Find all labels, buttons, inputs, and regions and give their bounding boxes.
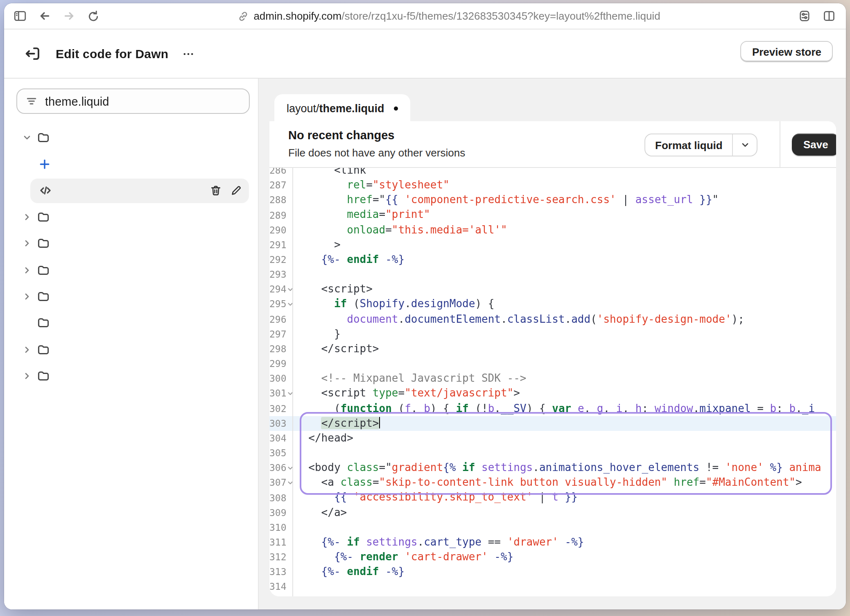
code-line-293[interactable]: 293 [269, 267, 836, 282]
sidebar-item-templates[interactable] [4, 204, 258, 231]
code-line-308[interactable]: 308 {{ 'accessibility.skip_to_text' | t … [269, 490, 836, 505]
more-actions-icon[interactable] [181, 47, 194, 60]
format-options-dropdown[interactable] [732, 134, 757, 156]
line-number: 296 [269, 313, 287, 325]
chevron-right-icon[interactable] [22, 371, 33, 381]
gutter: 314 [269, 580, 292, 594]
split-view-icon[interactable] [818, 6, 839, 26]
line-number: 306 [269, 462, 287, 473]
code-text: document.documentElement.classList.add('… [292, 312, 836, 326]
fold-slot [287, 550, 292, 564]
fold-slot [287, 178, 292, 192]
editor-area: layout/theme.liquid No recent changes Fi… [259, 79, 846, 609]
sidebar-item-locales[interactable] [4, 362, 258, 389]
chevron-right-icon[interactable] [22, 212, 33, 222]
chevron-right-icon[interactable] [22, 239, 33, 249]
preview-store-button[interactable]: Preview store [741, 41, 833, 62]
chevron-down-icon[interactable] [22, 133, 33, 143]
code-line-299[interactable]: 299 [269, 356, 836, 371]
line-number: 302 [269, 403, 287, 414]
back-icon[interactable] [34, 6, 55, 26]
code-line-287[interactable]: 287 rel="stylesheet" [269, 178, 836, 192]
code-line-310[interactable]: 310 [269, 520, 836, 535]
code-line-292[interactable]: 292 {%- endif -%} [269, 252, 836, 267]
code-line-309[interactable]: 309 </a> [269, 505, 836, 520]
sidebar-item-blocks[interactable] [4, 257, 258, 283]
sidebar-item-snippets[interactable] [4, 283, 258, 310]
code-line-307[interactable]: 307 <a class="skip-to-content-link butto… [269, 476, 836, 490]
line-number: 307 [269, 477, 287, 489]
code-line-313[interactable]: 313 {%- endif -%} [269, 564, 836, 579]
code-line-286[interactable]: 286 <link [269, 168, 836, 178]
code-text: media="print" [292, 208, 836, 222]
format-liquid-button[interactable]: Format liquid [644, 134, 758, 156]
file-search[interactable] [16, 88, 250, 114]
sidebar-toggle-icon[interactable] [9, 6, 30, 26]
file-sidebar [4, 79, 259, 609]
sidebar-item-theme-liquid[interactable] [4, 177, 258, 204]
forward-icon[interactable] [58, 6, 79, 26]
code-editor[interactable]: 286 <link 287 rel="stylesheet" 288 href=… [269, 168, 836, 596]
reload-icon[interactable] [83, 6, 104, 26]
code-line-303[interactable]: 303 </script> [269, 416, 836, 430]
code-text [292, 356, 836, 371]
code-line-296[interactable]: 296 document.documentElement.classList.a… [269, 312, 836, 326]
code-text [292, 446, 836, 460]
fold-slot [287, 356, 292, 371]
code-line-301[interactable]: 301 <script type="text/javascript"> [269, 386, 836, 401]
browser-window: admin.shopify.com/store/rzq1xu-f5/themes… [4, 3, 846, 609]
code-line-302[interactable]: 302 (function (f, b) { if (!b.__SV) { va… [269, 401, 836, 416]
rename-file-icon[interactable] [230, 184, 242, 197]
code-line-311[interactable]: 311 {%- if settings.cart_type == 'drawer… [269, 535, 836, 550]
code-line-305[interactable]: 305 [269, 446, 836, 460]
gutter: 300 [269, 371, 292, 386]
format-liquid-label[interactable]: Format liquid [645, 134, 732, 156]
chevron-right-icon[interactable] [22, 292, 33, 301]
code-text: href="{{ 'component-predictive-search.cs… [292, 193, 836, 208]
code-text: <!-- Mixpanel Javascript SDK --> [292, 371, 836, 386]
code-line-300[interactable]: 300 <!-- Mixpanel Javascript SDK --> [269, 371, 836, 386]
line-number: 303 [269, 417, 287, 429]
code-line-304[interactable]: 304 </head> [269, 431, 836, 446]
code-line-298[interactable]: 298 </script> [269, 342, 836, 356]
code-line-314[interactable]: 314 [269, 580, 836, 594]
fold-slot [287, 371, 292, 386]
code-text: {%- if settings.cart_type == 'drawer' -%… [292, 535, 836, 550]
save-button[interactable]: Save [792, 134, 836, 156]
chevron-right-icon[interactable] [22, 265, 33, 275]
gutter: 312 [269, 550, 292, 564]
address-bar[interactable]: admin.shopify.com/store/rzq1xu-f5/themes… [104, 10, 793, 22]
line-number: 293 [269, 269, 287, 280]
code-line-291[interactable]: 291 > [269, 238, 836, 252]
code-line-294[interactable]: 294 <script> [269, 282, 836, 297]
code-line-289[interactable]: 289 media="print" [269, 208, 836, 222]
extensions-icon[interactable] [793, 6, 815, 26]
fold-slot [287, 490, 292, 505]
sidebar-item-sections[interactable] [4, 230, 258, 257]
sidebar-item-assets[interactable] [4, 336, 258, 363]
code-line-288[interactable]: 288 href="{{ 'component-predictive-searc… [269, 193, 836, 208]
chevron-right-icon[interactable] [22, 344, 33, 354]
line-number: 295 [269, 299, 287, 310]
file-tree [4, 125, 258, 389]
code-text: rel="stylesheet" [292, 178, 836, 192]
code-line-290[interactable]: 290 onload="this.media='all'" [269, 222, 836, 237]
search-input[interactable] [45, 95, 241, 108]
code-line-297[interactable]: 297 } [269, 326, 836, 341]
fold-slot [287, 564, 292, 579]
line-number: 292 [269, 254, 287, 265]
code-line-295[interactable]: 295 if (Shopify.designMode) { [269, 297, 836, 312]
code-line-306[interactable]: 306 <body class="gradient{% if settings.… [269, 460, 836, 475]
tab-theme-liquid[interactable]: layout/theme.liquid [274, 94, 411, 122]
code-text [292, 267, 836, 282]
code-line-312[interactable]: 312 {%- render 'cart-drawer' -%} [269, 550, 836, 564]
delete-file-icon[interactable] [210, 184, 222, 197]
sidebar-item-config[interactable] [4, 310, 258, 336]
sidebar-item-layout[interactable] [4, 125, 258, 151]
code-lines: 286 <link 287 rel="stylesheet" 288 href=… [269, 168, 836, 594]
exit-code-editor-icon[interactable] [24, 45, 41, 62]
gutter: 299 [269, 356, 292, 371]
code-text: </head> [292, 431, 836, 446]
gutter: 302 [269, 401, 292, 416]
sidebar-item-add-layout[interactable] [4, 151, 258, 178]
